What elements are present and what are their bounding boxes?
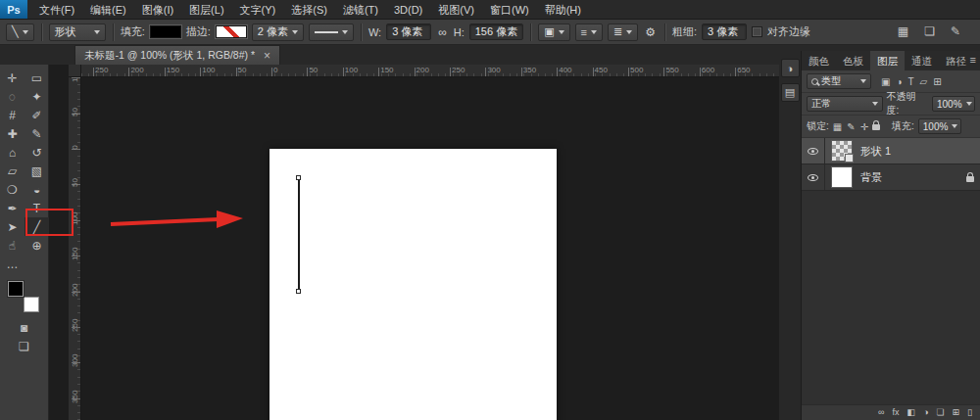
path-selection-tool[interactable]: ➤: [0, 217, 24, 236]
adjustments-panel-icon[interactable]: ◑: [781, 59, 800, 77]
shape-width-input[interactable]: 3 像素: [386, 23, 431, 40]
healing-brush-tool[interactable]: ✚: [0, 124, 24, 143]
menu-item-6[interactable]: 滤镜(T): [335, 0, 386, 20]
fill-opacity-input[interactable]: 100%: [918, 118, 961, 134]
blend-mode-select[interactable]: 正常: [807, 96, 883, 112]
panel-tab-layers[interactable]: 图层: [870, 51, 905, 70]
smart-object-filter-icon[interactable]: ⊞: [933, 76, 941, 87]
panel-tab-paths[interactable]: 路径: [939, 51, 973, 70]
clone-stamp-tool[interactable]: ⌂: [0, 143, 24, 162]
marquee-tool[interactable]: ▭: [24, 69, 49, 87]
tool-preset-dropdown[interactable]: ╲: [6, 23, 34, 41]
toolbar-screen-mode-icon[interactable]: ❏: [19, 341, 29, 353]
adjustment-filter-icon[interactable]: ◑: [896, 76, 902, 87]
path-arrangement-dropdown[interactable]: ≣: [608, 23, 638, 41]
view-extras-icon[interactable]: ▦: [898, 26, 908, 37]
type-filter-icon[interactable]: T: [908, 76, 914, 87]
gear-icon[interactable]: ⚙: [643, 25, 658, 39]
menu-item-3[interactable]: 图层(L): [181, 0, 231, 20]
background-color-swatch[interactable]: [24, 297, 39, 312]
menu-item-8[interactable]: 视图(V): [430, 0, 482, 20]
layer-effects-icon[interactable]: fx: [892, 407, 899, 418]
document-canvas[interactable]: [270, 149, 557, 420]
brush-tool[interactable]: ✎: [24, 124, 49, 143]
gradient-tool[interactable]: ▧: [24, 162, 49, 180]
layer-group-icon[interactable]: ❏: [936, 407, 944, 418]
line-anchor-top[interactable]: [296, 175, 301, 180]
edit-workspace-icon[interactable]: ✎: [951, 26, 960, 37]
menu-item-1[interactable]: 编辑(E): [82, 0, 134, 20]
opacity-input[interactable]: 100%: [932, 96, 975, 112]
line-tool[interactable]: ╱: [24, 217, 49, 236]
layer-thumbnail[interactable]: [831, 166, 853, 188]
eyedropper-tool[interactable]: ✐: [24, 106, 49, 124]
lock-transparency-icon[interactable]: ▦: [833, 121, 842, 132]
styles-panel-icon[interactable]: ▤: [781, 83, 800, 102]
menu-item-2[interactable]: 图像(I): [134, 0, 181, 20]
menu-item-4[interactable]: 文字(Y): [232, 0, 284, 20]
new-layer-icon[interactable]: ⊞: [953, 407, 960, 418]
lock-all-icon[interactable]: [872, 120, 880, 132]
fill-opacity-value: 100%: [923, 121, 949, 132]
lock-position-icon[interactable]: ✛: [860, 121, 868, 132]
type-tool[interactable]: T: [24, 199, 49, 217]
crop-tool-icon: #: [9, 110, 16, 121]
zoom-tool[interactable]: ⊕: [24, 236, 49, 255]
layer-thumbnail[interactable]: [831, 140, 853, 162]
crop-tool[interactable]: #: [0, 106, 24, 124]
stroke-style-select[interactable]: [309, 23, 354, 41]
document-tab[interactable]: 未标题-1 @ 100% (形状 1, RGB/8#) * ×: [74, 45, 280, 65]
align-edges-checkbox[interactable]: [752, 26, 762, 37]
layer-filter-select[interactable]: 类型: [807, 73, 871, 89]
link-dimensions-icon[interactable]: ∞: [436, 25, 449, 39]
fill-color-swatch[interactable]: [150, 25, 181, 38]
path-operations-dropdown[interactable]: ▣: [538, 23, 569, 41]
adjustment-layer-icon[interactable]: ◑: [923, 407, 928, 418]
panel-tab-color[interactable]: 颜色: [802, 51, 836, 70]
more-tools[interactable]: …: [0, 255, 24, 273]
drawn-line-shape[interactable]: [298, 178, 300, 291]
stroke-color-swatch[interactable]: [216, 25, 247, 38]
shape-height-input[interactable]: 156 像素: [469, 23, 523, 40]
panel-tab-channels[interactable]: 通道: [905, 51, 939, 70]
menu-item-7[interactable]: 3D(D): [386, 0, 430, 20]
line-weight-input[interactable]: 3 像素: [702, 23, 747, 40]
menu-item-9[interactable]: 窗口(W): [482, 0, 537, 20]
screen-mode-icon[interactable]: ❏: [924, 26, 935, 37]
quick-selection-tool[interactable]: ✦: [24, 87, 49, 106]
pixel-filter-icon[interactable]: ▣: [881, 76, 890, 87]
history-brush-tool[interactable]: ↺: [24, 143, 49, 162]
tool-mode-select[interactable]: 形状: [49, 23, 106, 41]
visibility-toggle[interactable]: [802, 164, 825, 190]
delete-layer-icon[interactable]: ▯: [967, 407, 972, 418]
stroke-width-input[interactable]: 2 像素: [252, 23, 304, 41]
layer-mask-icon[interactable]: ◧: [906, 407, 915, 418]
lasso-tool[interactable]: ◌: [0, 87, 24, 106]
move-tool[interactable]: ✛: [0, 69, 24, 87]
menu-item-0[interactable]: 文件(F): [31, 0, 82, 20]
quick-mask-icon[interactable]: ◙: [21, 322, 27, 335]
hand-tool[interactable]: ☝: [0, 236, 24, 255]
menu-item-5[interactable]: 选择(S): [283, 0, 335, 20]
dodge-tool[interactable]: ◒: [24, 180, 49, 199]
shape-filter-icon[interactable]: ▱: [920, 76, 928, 87]
foreground-color-swatch[interactable]: [8, 281, 24, 297]
caret-down-icon: [23, 30, 28, 34]
eraser-tool[interactable]: ▱: [0, 162, 24, 180]
pen-tool[interactable]: ✒: [0, 199, 24, 217]
layer-row-0[interactable]: 形状 1: [802, 138, 980, 164]
ruler-label: 200: [71, 284, 79, 297]
panel-tab-swatches[interactable]: 色板: [836, 51, 870, 70]
path-alignment-dropdown[interactable]: ≡: [575, 23, 603, 41]
layer-row-1[interactable]: 背景: [802, 164, 980, 191]
visibility-toggle[interactable]: [802, 138, 825, 163]
tab-close-icon[interactable]: ×: [264, 50, 270, 62]
canvas-area[interactable]: 2502001501005005010015020025030035040045…: [49, 65, 779, 420]
ruler-tick: [128, 68, 129, 76]
line-anchor-bottom[interactable]: [296, 289, 301, 294]
link-layers-icon[interactable]: ∞: [878, 407, 884, 418]
panel-menu-icon[interactable]: ≡: [970, 54, 976, 66]
blur-tool[interactable]: ❍: [0, 180, 24, 199]
menu-item-10[interactable]: 帮助(H): [537, 0, 589, 20]
lock-pixels-icon[interactable]: ✎: [847, 121, 855, 132]
